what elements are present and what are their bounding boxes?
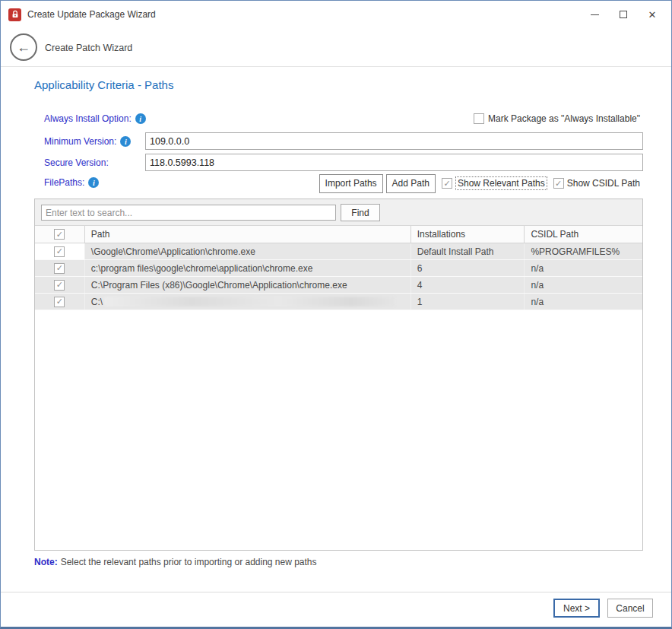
- window-controls: ✕: [580, 1, 667, 28]
- row-checkbox[interactable]: ✓: [54, 246, 65, 257]
- show-relevant-paths-checkbox[interactable]: ✓: [442, 178, 452, 189]
- select-all-checkbox[interactable]: ✓: [54, 229, 65, 240]
- cell-path: C:\: [85, 294, 411, 310]
- cell-installations: Default Install Path: [411, 243, 525, 259]
- search-panel: Find: [35, 199, 642, 226]
- cell-csidl: n/a: [525, 260, 642, 276]
- paths-toolbar: Import Paths Add Path ✓ Show Relevant Pa…: [319, 173, 640, 193]
- column-header-path[interactable]: Path: [85, 226, 411, 243]
- always-install-label-row: Always Install Option: i: [44, 113, 146, 124]
- secure-version-label: Secure Version:: [44, 157, 109, 168]
- table-header-row: ✓ Path Installations CSIDL Path: [35, 226, 642, 243]
- note-label: Note:: [34, 557, 58, 567]
- row-checkbox[interactable]: ✓: [54, 280, 65, 291]
- always-installable-label: Mark Package as "Always Installable": [488, 113, 640, 124]
- check-icon: ✓: [56, 230, 63, 239]
- show-csidl-path-label: Show CSIDL Path: [567, 178, 640, 189]
- minimum-version-info-icon[interactable]: i: [120, 136, 131, 147]
- cell-path: C:\Program Files (x86)\Google\Chrome\App…: [85, 277, 411, 293]
- wizard-window: Create Update Package Wizard ✕ ← Create …: [0, 0, 672, 629]
- window-title: Create Update Package Wizard: [27, 9, 156, 20]
- show-relevant-paths-label[interactable]: Show Relevant Paths: [455, 176, 547, 190]
- minimum-version-label-row: Minimum Version: i: [44, 136, 131, 147]
- cell-installations: 6: [411, 260, 525, 276]
- close-icon: ✕: [648, 9, 657, 21]
- cell-csidl: n/a: [525, 277, 642, 293]
- note: Note:Select the relevant paths prior to …: [34, 557, 317, 567]
- filepaths-table: Find ✓ Path Installations CSIDL Path ✓ \…: [34, 199, 643, 551]
- wizard-name-label: Create Patch Wizard: [45, 43, 132, 53]
- import-paths-button[interactable]: Import Paths: [319, 174, 383, 193]
- close-button[interactable]: ✕: [638, 4, 667, 25]
- back-arrow-icon: ←: [17, 40, 30, 56]
- filepaths-label: FilePaths:: [44, 177, 84, 188]
- cell-csidl: n/a: [525, 294, 642, 310]
- table-row[interactable]: ✓ C:\Program Files (x86)\Google\Chrome\A…: [35, 277, 642, 294]
- cell-installations: 4: [411, 277, 525, 293]
- always-installable-checkbox[interactable]: [474, 113, 484, 124]
- cell-path: \Google\Chrome\Application\chrome.exe: [85, 243, 411, 259]
- redacted-path-blur: [104, 297, 395, 307]
- table-row[interactable]: ✓ \Google\Chrome\Application\chrome.exe …: [35, 243, 642, 260]
- footer-divider: [1, 592, 671, 592]
- minimum-version-input[interactable]: [145, 132, 643, 150]
- always-installable-group: Mark Package as "Always Installable": [474, 113, 640, 124]
- row-checkbox[interactable]: ✓: [54, 297, 65, 307]
- maximize-button[interactable]: [609, 4, 638, 25]
- check-icon: ✓: [555, 179, 562, 188]
- show-relevant-paths-group: ✓ Show Relevant Paths: [442, 176, 547, 190]
- app-lock-icon: [8, 8, 21, 21]
- wizard-header: ← Create Patch Wizard: [1, 28, 671, 66]
- always-install-label: Always Install Option:: [44, 113, 132, 124]
- cell-installations: 1: [411, 294, 525, 310]
- table-row[interactable]: ✓ c:\program files\google\chrome\applica…: [35, 260, 642, 277]
- page-title: Applicability Criteria - Paths: [34, 78, 173, 91]
- show-csidl-path-checkbox[interactable]: ✓: [553, 178, 564, 189]
- find-button[interactable]: Find: [341, 204, 380, 221]
- title-bar: Create Update Package Wizard ✕: [1, 1, 671, 28]
- cell-path: c:\program files\google\chrome\applicati…: [85, 260, 411, 276]
- show-csidl-path-group: ✓ Show CSIDL Path: [553, 178, 640, 189]
- cell-path-prefix: C:\: [91, 297, 103, 307]
- add-path-button[interactable]: Add Path: [386, 174, 436, 193]
- back-button[interactable]: ←: [10, 33, 37, 61]
- check-icon: ✓: [56, 264, 63, 272]
- maximize-icon: [620, 11, 627, 18]
- header-divider: [1, 66, 671, 67]
- filepaths-info-icon[interactable]: i: [88, 177, 99, 188]
- cancel-button[interactable]: Cancel: [607, 599, 653, 618]
- search-input[interactable]: [41, 205, 336, 221]
- filepaths-label-row: FilePaths: i: [44, 177, 99, 188]
- always-install-info-icon[interactable]: i: [135, 113, 146, 124]
- secure-version-label-row: Secure Version:: [44, 157, 109, 168]
- secure-version-input[interactable]: [145, 154, 643, 171]
- minimum-version-label: Minimum Version:: [44, 136, 116, 147]
- column-header-csidl-path[interactable]: CSIDL Path: [525, 226, 642, 243]
- column-header-installations[interactable]: Installations: [411, 226, 525, 243]
- check-icon: ✓: [443, 179, 450, 188]
- check-icon: ✓: [56, 281, 63, 289]
- next-button[interactable]: Next >: [553, 599, 600, 618]
- table-row[interactable]: ✓ C:\ 1 n/a: [35, 294, 642, 310]
- check-icon: ✓: [56, 247, 63, 256]
- check-icon: ✓: [56, 297, 63, 306]
- row-checkbox[interactable]: ✓: [54, 263, 65, 274]
- minimize-button[interactable]: [580, 4, 609, 25]
- minimize-icon: [591, 14, 599, 15]
- cell-csidl: %PROGRAMFILES%: [525, 243, 642, 259]
- note-text: Select the relevant paths prior to impor…: [61, 557, 317, 567]
